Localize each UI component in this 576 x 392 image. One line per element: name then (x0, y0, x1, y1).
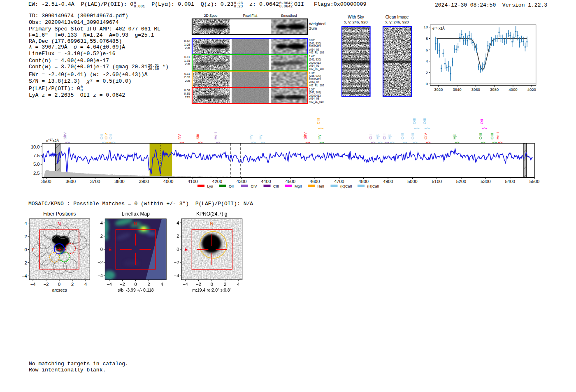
svg-text:4000: 4000 (163, 179, 173, 184)
svg-text:OIII: OIII (478, 133, 483, 139)
svg-text:CIII: CIII (273, 184, 279, 188)
svg-text:N: N (134, 221, 137, 226)
svg-text:{: { (498, 141, 503, 143)
svg-text:4200: 4200 (212, 179, 222, 184)
svg-text:0: 0 (100, 247, 103, 252)
svg-text:4900: 4900 (383, 179, 393, 184)
svg-text:{: { (251, 141, 256, 143)
svg-text:{: { (306, 141, 311, 143)
svg-text:4100: 4100 (188, 179, 197, 184)
svg-text:E: E (185, 247, 188, 252)
svg-text:arcsecs: arcsecs (52, 288, 67, 292)
svg-text:OIII: OIII (490, 133, 494, 139)
svg-text:−4: −4 (98, 273, 103, 278)
svg-text:2: 2 (224, 282, 226, 287)
svg-text:−2: −2 (120, 282, 125, 287)
svg-text:2.5: 2.5 (33, 171, 39, 176)
svg-text:{: { (414, 128, 420, 130)
svg-text:KPNO(24.7) g: KPNO(24.7) g (196, 211, 227, 217)
svg-text:7.5: 7.5 (33, 153, 39, 158)
svg-text:OIII: OIII (412, 118, 416, 124)
svg-text:2: 2 (100, 234, 103, 239)
svg-text:2D Spec: 2D Spec (204, 14, 218, 18)
svg-text:2: 2 (177, 234, 179, 239)
svg-text:s/b: -3.99 +/- 0.118: s/b: -3.99 +/- 0.118 (118, 288, 154, 292)
svg-text:x, y: 246, 920: x, y: 246, 920 (344, 20, 367, 24)
svg-text:{: { (107, 141, 111, 143)
svg-text:Hγ: Hγ (258, 135, 262, 139)
svg-text:5000: 5000 (407, 179, 417, 184)
svg-text:4: 4 (177, 220, 179, 225)
svg-text:Smoothed: Smoothed (281, 14, 297, 18)
svg-text:OII: OII (99, 134, 104, 139)
svg-text:Hβ: Hβ (375, 134, 380, 139)
svg-text:N: N (58, 221, 61, 226)
svg-text:Hγ: Hγ (249, 135, 253, 139)
svg-text:0: 0 (426, 81, 428, 86)
svg-text:5100: 5100 (432, 179, 441, 184)
svg-text:{: { (111, 141, 116, 143)
svg-text:N: N (210, 221, 214, 226)
svg-text:0: 0 (134, 282, 137, 287)
svg-text:3940: 3940 (453, 87, 461, 92)
svg-text:Clean Image: Clean Image (386, 15, 409, 19)
svg-text:4: 4 (426, 59, 428, 63)
svg-text:−2: −2 (22, 260, 27, 265)
svg-text:HeII: HeII (495, 132, 500, 139)
svg-text:235: 235 (185, 79, 190, 83)
svg-text:5500: 5500 (530, 179, 539, 184)
svg-text:3900: 3900 (139, 179, 149, 184)
svg-text:4020: 4020 (527, 87, 536, 92)
svg-text:{: { (425, 128, 431, 130)
svg-text:402_RL_102: 402_RL_102 (309, 51, 324, 54)
svg-text:Lineflux Map: Lineflux Map (122, 211, 150, 217)
svg-text:4500: 4500 (286, 179, 295, 184)
svg-text:20200413: 20200413 (309, 61, 321, 64)
svg-text:{: { (261, 141, 266, 143)
svg-text:{: { (455, 141, 460, 143)
svg-text:(K)CaII: (K)CaII (340, 184, 352, 188)
svg-text:OIII: OIII (410, 133, 415, 139)
svg-text:{: { (318, 128, 325, 130)
svg-text:−4: −4 (107, 282, 112, 287)
svg-text:OII: OII (229, 184, 234, 188)
svg-text:{: { (65, 141, 70, 143)
svg-text:−2: −2 (174, 260, 179, 265)
svg-text:3500: 3500 (41, 179, 51, 184)
svg-text:NV: NV (177, 134, 181, 139)
svg-text:{: { (378, 141, 383, 143)
svg-text:10: 10 (424, 25, 428, 29)
svg-text:{: { (320, 141, 325, 143)
svg-text:Hβ: Hβ (387, 134, 392, 139)
svg-text:{: { (180, 141, 185, 143)
svg-text:{: { (390, 141, 395, 143)
svg-text:4600: 4600 (310, 179, 320, 184)
svg-text:Pixel Flat: Pixel Flat (243, 14, 258, 18)
svg-text:4: 4 (160, 282, 163, 287)
svg-text:x, y: 246, 920: x, y: 246, 920 (385, 20, 409, 24)
svg-text:5200: 5200 (456, 179, 466, 184)
svg-text:OII: OII (479, 119, 484, 124)
svg-text:4: 4 (84, 282, 87, 287)
svg-text:1.35": 1.35" (309, 72, 315, 74)
svg-text:CII: CII (368, 135, 373, 139)
svg-text:{: { (481, 141, 486, 143)
svg-text:−4: −4 (22, 274, 27, 278)
svg-text:−4: −4 (183, 282, 188, 287)
svg-text:SiIV: SiIV (63, 132, 67, 139)
svg-text:{: { (385, 141, 390, 143)
svg-text:20200413: 20200413 (309, 45, 321, 48)
svg-text:5300: 5300 (481, 179, 490, 184)
svg-text:{: { (426, 141, 431, 143)
svg-text:2: 2 (147, 282, 150, 287)
svg-text:HeII: HeII (318, 184, 325, 188)
svg-text:Weighted: Weighted (309, 21, 325, 26)
svg-text:{: { (492, 141, 497, 143)
svg-text:4700: 4700 (334, 179, 344, 184)
svg-text:0: 0 (24, 247, 27, 252)
svg-text:CIII: CIII (316, 118, 321, 124)
svg-text:CIII: CIII (382, 133, 386, 139)
svg-text:235: 235 (185, 46, 190, 50)
svg-text:CIV: CIV (104, 133, 108, 140)
svg-text:m:19.4 re:2.0" s:0.8": m:19.4 re:2.0" s:0.8" (192, 288, 231, 292)
